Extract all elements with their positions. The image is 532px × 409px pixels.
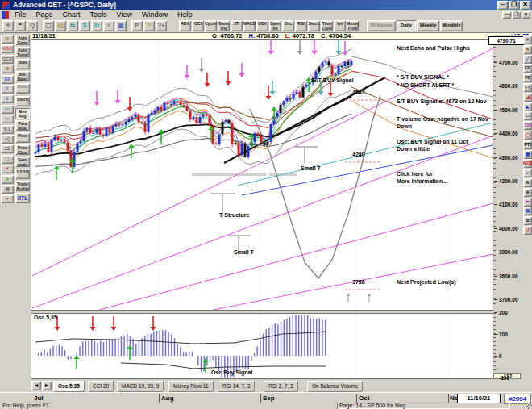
new-chart-icon[interactable]: ▢ bbox=[43, 20, 54, 31]
study-trade-profile[interactable]: Trade Profile bbox=[15, 181, 30, 191]
study-button-money-flow[interactable]: Money Flow bbox=[347, 20, 359, 31]
arrow-left-tool[interactable]: ⇦ bbox=[1, 105, 14, 114]
study-button-cci[interactable]: CCI bbox=[192, 20, 204, 31]
menu-file[interactable]: File bbox=[10, 10, 31, 19]
pti-icon[interactable]: PTI bbox=[523, 140, 532, 149]
study-mov-avg[interactable]: Mov Avg bbox=[15, 108, 30, 119]
timeframe-weekly[interactable]: Weekly bbox=[417, 20, 439, 31]
menu-tools[interactable]: Tools bbox=[85, 10, 112, 19]
fib-retrace-icon[interactable]: FR bbox=[523, 64, 532, 73]
menu-view[interactable]: View bbox=[112, 10, 137, 19]
study-stoch[interactable]: Stoch bbox=[15, 96, 30, 106]
tab-rsi-14-7-3[interactable]: RSI 14, 7, 3 bbox=[218, 381, 255, 392]
study-pivot[interactable]: Pivot bbox=[15, 132, 30, 143]
quote-icon[interactable]: ❝ bbox=[15, 20, 26, 31]
close-button[interactable]: ✕ bbox=[520, 1, 530, 10]
zoom-icon[interactable]: Q bbox=[27, 20, 38, 31]
study-1-3-2-3[interactable]: 1/3 2/3 bbox=[15, 169, 30, 179]
tab-on-balance-volume[interactable]: On Balance Volume bbox=[307, 381, 363, 392]
study-button-rsi[interactable]: RSI bbox=[295, 20, 307, 31]
timeframe-60-minute[interactable]: 60 Minute bbox=[367, 20, 396, 31]
menu-help[interactable]: Help bbox=[172, 10, 197, 19]
grid-icon[interactable]: ▦ bbox=[523, 150, 532, 159]
maximize-button[interactable]: ❐ bbox=[509, 1, 519, 10]
study-button-cycles[interactable]: Cycles bbox=[205, 20, 217, 31]
open-icon[interactable]: ▤ bbox=[55, 20, 66, 31]
rectangle-icon[interactable]: ▭ bbox=[523, 111, 532, 120]
tab-money-flow-11[interactable]: Money Flow 11 bbox=[168, 381, 214, 392]
tile-vertical-icon[interactable]: ⇅ bbox=[79, 20, 90, 31]
box-tool[interactable]: □ bbox=[1, 155, 14, 164]
study-auto-trend[interactable]: Auto Trend bbox=[15, 47, 30, 57]
price-chart[interactable] bbox=[31, 40, 493, 310]
angle-fan-icon[interactable]: ◣ bbox=[523, 102, 532, 111]
oscillator-scale[interactable]: -112 2001000-100 bbox=[493, 313, 524, 379]
timeframe-daily[interactable]: Daily bbox=[397, 20, 416, 31]
study-price-clust[interactable]: Price Clust bbox=[15, 144, 30, 155]
bracket-tool[interactable]: +() bbox=[1, 135, 14, 144]
study-glass-icon[interactable]: ⌕ bbox=[523, 169, 532, 177]
menu-page[interactable]: Page bbox=[31, 10, 58, 19]
study-seas-onals[interactable]: Seas onals bbox=[15, 157, 30, 167]
sum-tool[interactable]: ±Σ bbox=[1, 144, 14, 153]
pointer-tool[interactable]: ✛ bbox=[1, 35, 14, 44]
study-button-osc[interactable]: Osc bbox=[282, 20, 294, 31]
study-button-gann-trig[interactable]: Gann Trig bbox=[218, 20, 230, 31]
study-auto-gann[interactable]: Auto Gann bbox=[15, 35, 30, 45]
study-button-time-clust[interactable]: Time Clust bbox=[321, 20, 333, 31]
tab-scroll-left-button[interactable]: ◄ bbox=[31, 381, 41, 390]
ellipse-icon[interactable]: ◯ bbox=[523, 131, 532, 140]
context-help-icon[interactable]: ?+ bbox=[156, 20, 167, 31]
timeframe-monthly[interactable]: Monthly bbox=[440, 20, 463, 31]
fib-time-icon[interactable]: FT bbox=[523, 83, 532, 92]
study-xtl[interactable]: XTL bbox=[15, 193, 30, 203]
tab-rsi-2-7-3[interactable]: RSI 2, 7, 3 bbox=[264, 381, 298, 392]
help-icon[interactable]: ? bbox=[143, 20, 155, 31]
arrow-up-tool[interactable]: ⇧ bbox=[1, 85, 14, 94]
undo-icon[interactable]: U bbox=[523, 226, 532, 235]
close-study-icon[interactable]: ✕ bbox=[523, 35, 532, 44]
pencil-icon[interactable]: ✎ bbox=[523, 45, 532, 54]
chart-icon[interactable]: ▦ bbox=[115, 20, 127, 31]
menu-chart[interactable]: Chart bbox=[58, 10, 85, 19]
study-button-macd[interactable]: MACD bbox=[243, 20, 256, 31]
mob-icon[interactable]: MOB bbox=[523, 159, 532, 168]
mdi-close-button[interactable]: ✕ bbox=[522, 11, 530, 19]
delete-lines-tool[interactable]: ✕ bbox=[1, 165, 14, 173]
copy-icon[interactable]: ⧉ bbox=[523, 216, 532, 225]
tab-scroll-right-button[interactable]: ► bbox=[42, 381, 52, 390]
arrow-down-tool[interactable]: ⇩ bbox=[1, 94, 14, 103]
study-button-obv[interactable]: OBV bbox=[256, 20, 268, 31]
study-bol-band[interactable]: Bol. Band bbox=[15, 71, 30, 81]
draw-lines-tool[interactable]: ≋ bbox=[1, 175, 14, 184]
print-icon[interactable]: P bbox=[131, 20, 143, 31]
copy-page-icon[interactable]: ⧉ bbox=[91, 20, 102, 31]
study-button-jti[interactable]: JTI bbox=[231, 20, 243, 31]
study-button-open-int[interactable]: Open Int bbox=[269, 20, 281, 31]
menu-window[interactable]: Window bbox=[137, 10, 172, 19]
delete-page-icon[interactable]: ✕ bbox=[103, 20, 114, 31]
gann-fan-icon[interactable]: ◢ bbox=[523, 93, 532, 102]
study-para-bolic[interactable]: Para bolic bbox=[15, 120, 30, 131]
add-tool[interactable]: + bbox=[1, 194, 14, 203]
arrow-right-tool[interactable]: ⇨ bbox=[1, 115, 14, 123]
study-bias[interactable]: Bias bbox=[15, 59, 30, 69]
minimize-button[interactable]: ─ bbox=[497, 1, 508, 10]
tic-tool[interactable]: ▦ bbox=[1, 185, 14, 194]
fib-extension-icon[interactable]: FE bbox=[523, 73, 532, 82]
osc-setup-icon[interactable]: ▤ bbox=[523, 207, 532, 215]
mdi-system-icon[interactable] bbox=[2, 11, 9, 19]
paint-icon[interactable]: ✏ bbox=[523, 198, 532, 207]
mdi-minimize-button[interactable]: ─ bbox=[502, 11, 511, 19]
quick-reset-tool[interactable]: QCK bbox=[1, 55, 14, 64]
study-button-stoch[interactable]: Stoch bbox=[308, 20, 320, 31]
text-icon[interactable]: A bbox=[523, 178, 532, 187]
tab-macd-19-39-9[interactable]: MACD 19, 39, 9 bbox=[117, 381, 164, 392]
tab-osc-5-35[interactable]: Osc 5,35 bbox=[53, 381, 85, 392]
pin-icon[interactable]: ✛ bbox=[2, 20, 14, 31]
study-tool[interactable]: ≣ bbox=[1, 65, 14, 73]
price-scale[interactable]: 4790.71 4700.004600.004500.004400.004300… bbox=[493, 35, 524, 311]
study-button-adx[interactable]: ADX bbox=[179, 20, 191, 31]
trendline-icon[interactable]: ╱ bbox=[523, 55, 532, 64]
resize-grip[interactable] bbox=[526, 403, 532, 409]
